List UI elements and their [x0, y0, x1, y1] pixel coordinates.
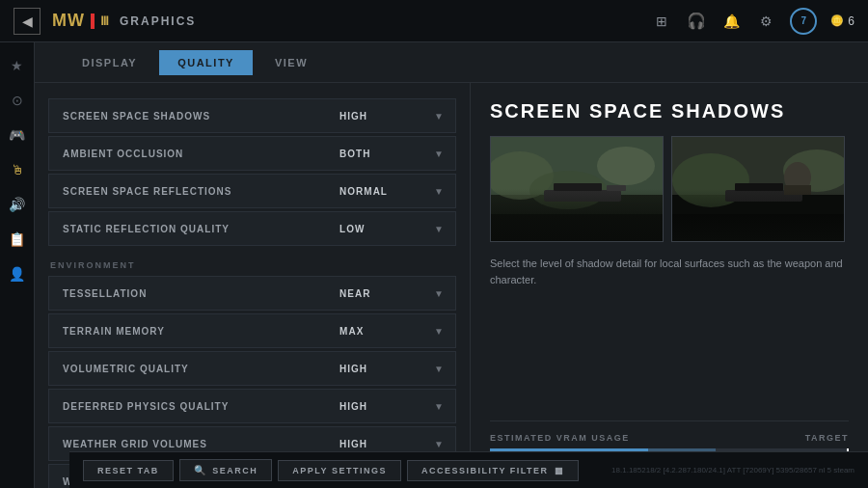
- setting-label-ssr: SCREEN SPACE REFLECTIONS: [49, 186, 326, 197]
- coin-badge: 🪙 6: [830, 14, 854, 28]
- setting-arrow-wgv: ▼: [422, 439, 455, 449]
- setting-arrow-tess: ▼: [422, 288, 455, 299]
- setting-label-sss: SCREEN SPACE SHADOWS: [49, 111, 326, 122]
- bell-icon[interactable]: 🔔: [720, 11, 742, 32]
- setting-label-tess: TESSELLATION: [49, 288, 326, 299]
- tab-bar: DISPLAY QUALITY VIEW: [35, 42, 868, 83]
- sidebar-icon-controller[interactable]: 🎮: [4, 122, 31, 149]
- player-count: 7: [801, 15, 807, 26]
- svg-rect-14: [735, 183, 783, 191]
- search-button[interactable]: 🔍 SEARCH: [179, 459, 273, 481]
- preview-image-2: [671, 136, 845, 242]
- setting-arrow-vq: ▼: [422, 364, 455, 374]
- setting-value-tm: MAX: [326, 326, 422, 337]
- detail-title: SCREEN SPACE SHADOWS: [490, 100, 849, 122]
- svg-point-4: [529, 171, 607, 209]
- svg-rect-18: [672, 214, 845, 242]
- sidebar-icon-list[interactable]: 📋: [4, 226, 31, 253]
- player-count-badge: 7: [790, 8, 817, 35]
- setting-label-ao: AMBIENT OCCLUSION: [49, 149, 326, 159]
- setting-row-deferred-physics[interactable]: DEFERRED PHYSICS QUALITY HIGH ▼: [48, 389, 456, 423]
- svg-rect-7: [607, 185, 626, 191]
- svg-point-3: [597, 147, 655, 185]
- logo-bar: [91, 14, 95, 29]
- setting-label-tm: TERRAIN MEMORY: [49, 326, 326, 337]
- reset-tab-button[interactable]: RESET TAB: [83, 460, 174, 481]
- preview-img-inner-2: [672, 137, 844, 241]
- setting-label-vq: VOLUMETRIC QUALITY: [49, 364, 326, 374]
- setting-value-srq: LOW: [326, 224, 422, 234]
- setting-row-screen-space-shadows[interactable]: SCREEN SPACE SHADOWS HIGH ▼: [48, 98, 456, 133]
- setting-value-ssr: NORMAL: [326, 186, 422, 197]
- setting-value-vq: HIGH: [326, 364, 422, 374]
- svg-rect-13: [725, 190, 802, 202]
- sidebar-icon-user[interactable]: 👤: [4, 260, 31, 287]
- logo-suffix: Ⅲ: [100, 14, 110, 28]
- setting-row-volumetric-quality[interactable]: VOLUMETRIC QUALITY HIGH ▼: [48, 351, 456, 386]
- setting-arrow-ao: ▼: [422, 149, 455, 159]
- version-text: 18.1.185218/2 [4.2.287.180/24.1] ATT [72…: [611, 466, 854, 474]
- setting-value-dpq: HIGH: [326, 401, 422, 412]
- sidebar-icon-mouse[interactable]: 🖱: [4, 156, 31, 183]
- apply-settings-button[interactable]: APPLY SETTINGS: [278, 460, 401, 481]
- vram-target-label: TARGET: [805, 433, 849, 443]
- setting-row-terrain-memory[interactable]: TERRAIN MEMORY MAX ▼: [48, 313, 456, 348]
- setting-value-wgv: HIGH: [326, 439, 422, 449]
- top-bar-right: ⊞ 🎧 🔔 ⚙ 7 🪙 6: [651, 8, 854, 35]
- tab-view[interactable]: VIEW: [257, 50, 326, 75]
- logo-text: MW: [52, 11, 85, 31]
- svg-point-16: [784, 162, 811, 193]
- mw-logo: MW Ⅲ: [52, 11, 110, 31]
- sidebar-icon-audio[interactable]: 🔊: [4, 191, 31, 218]
- settings-panel: SCREEN SPACE SHADOWS HIGH ▼ AMBIENT OCCL…: [35, 83, 471, 488]
- setting-label-dpq: DEFERRED PHYSICS QUALITY: [49, 401, 326, 412]
- grid-icon[interactable]: ⊞: [651, 11, 672, 32]
- preview-image-1: [490, 136, 664, 242]
- setting-arrow-ssr: ▼: [422, 186, 455, 197]
- svg-rect-17: [784, 185, 811, 195]
- accessibility-filter-button[interactable]: ACCESSIBILITY FILTER ▦: [407, 460, 579, 481]
- main-content: DISPLAY QUALITY VIEW SCREEN SPACE SHADOW…: [35, 42, 868, 488]
- svg-point-11: [672, 153, 749, 207]
- setting-row-ssr[interactable]: SCREEN SPACE REFLECTIONS NORMAL ▼: [48, 174, 456, 208]
- content-area: SCREEN SPACE SHADOWS HIGH ▼ AMBIENT OCCL…: [35, 83, 868, 488]
- setting-arrow-tm: ▼: [422, 326, 455, 337]
- setting-row-tessellation[interactable]: TESSELLATION NEAR ▼: [48, 276, 456, 311]
- accessibility-label: ACCESSIBILITY FILTER: [421, 466, 549, 475]
- svg-rect-6: [554, 183, 602, 191]
- setting-label-wgv: WEATHER GRID VOLUMES: [49, 439, 326, 449]
- sidebar-icon-circle[interactable]: ⊙: [4, 87, 31, 114]
- svg-rect-1: [491, 195, 664, 242]
- coin-count: 6: [848, 14, 854, 28]
- environment-section-label: ENVIRONMENT: [48, 249, 456, 276]
- preview-img-inner-1: [491, 137, 663, 241]
- headset-icon[interactable]: 🎧: [686, 11, 707, 32]
- detail-panel: SCREEN SPACE SHADOWS: [471, 83, 868, 488]
- setting-arrow-dpq: ▼: [422, 401, 455, 412]
- setting-arrow-sss: ▼: [422, 111, 455, 122]
- accessibility-icon: ▦: [555, 466, 565, 475]
- svg-rect-8: [491, 214, 664, 242]
- svg-rect-5: [544, 190, 621, 202]
- page-title: GRAPHICS: [120, 14, 196, 28]
- search-icon: 🔍: [194, 465, 207, 475]
- vram-header: ESTIMATED VRAM USAGE TARGET: [490, 433, 849, 443]
- search-label: SEARCH: [212, 466, 258, 475]
- gear-icon[interactable]: ⚙: [755, 11, 776, 32]
- vram-label: ESTIMATED VRAM USAGE: [490, 433, 630, 443]
- setting-value-ao: BOTH: [326, 149, 422, 159]
- sidebar-icon-star[interactable]: ★: [4, 52, 31, 79]
- top-bar: ◀ MW Ⅲ GRAPHICS ⊞ 🎧 🔔 ⚙ 7 🪙 6: [0, 0, 868, 42]
- bottom-bar: RESET TAB 🔍 SEARCH APPLY SETTINGS ACCESS…: [69, 451, 868, 488]
- preview-images: [490, 136, 849, 242]
- setting-value-tess: NEAR: [326, 288, 422, 299]
- setting-row-static-reflection[interactable]: STATIC REFLECTION QUALITY LOW ▼: [48, 211, 456, 246]
- tab-quality[interactable]: QUALITY: [159, 50, 253, 75]
- detail-description: Select the level of shadow detail for lo…: [490, 256, 849, 287]
- setting-row-ambient-occlusion[interactable]: AMBIENT OCCLUSION BOTH ▼: [48, 136, 456, 171]
- tab-display[interactable]: DISPLAY: [64, 50, 155, 75]
- svg-rect-10: [672, 195, 845, 242]
- sidebar: ★ ⊙ 🎮 🖱 🔊 📋 👤: [0, 42, 35, 488]
- back-button[interactable]: ◀: [14, 8, 41, 35]
- back-icon: ◀: [22, 14, 33, 29]
